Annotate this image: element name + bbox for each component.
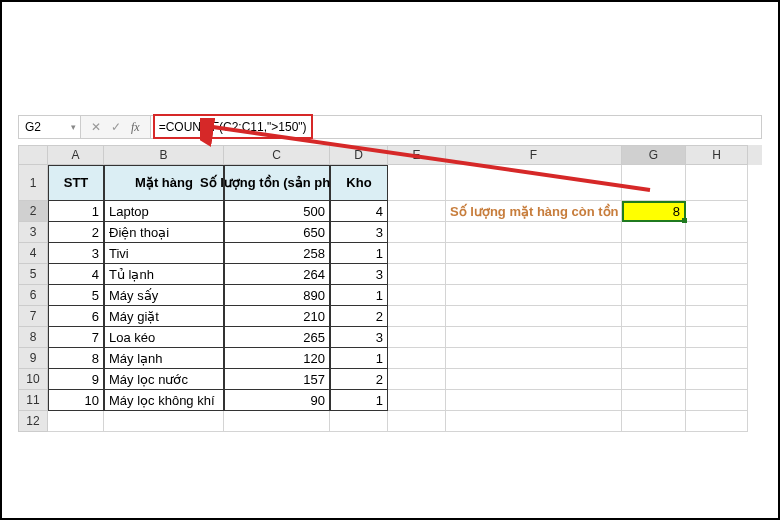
cell[interactable] (388, 165, 446, 201)
cell[interactable] (388, 348, 446, 369)
cell[interactable] (622, 348, 686, 369)
cell[interactable] (622, 390, 686, 411)
header-soluong[interactable]: Số lượng tồn (sản phẩm) (224, 165, 330, 201)
cell[interactable] (686, 264, 748, 285)
cell-mathang[interactable]: Máy lọc không khí (104, 390, 224, 411)
cell-mathang[interactable]: Máy lạnh (104, 348, 224, 369)
cell-kho[interactable]: 3 (330, 264, 388, 285)
cell-soluong[interactable]: 120 (224, 348, 330, 369)
row-header[interactable]: 6 (18, 285, 48, 306)
cell-stt[interactable]: 4 (48, 264, 104, 285)
row-header[interactable]: 12 (18, 411, 48, 432)
cell[interactable] (388, 369, 446, 390)
formula-input[interactable]: =COUNTIF(C2:C11,">150") (150, 116, 761, 138)
cell[interactable] (446, 243, 622, 264)
cell[interactable] (446, 411, 622, 432)
result-cell[interactable]: 8 (622, 201, 686, 222)
cell-soluong[interactable]: 258 (224, 243, 330, 264)
cell-soluong[interactable]: 157 (224, 369, 330, 390)
cell[interactable] (686, 222, 748, 243)
cell[interactable] (686, 201, 748, 222)
cell[interactable] (622, 306, 686, 327)
cell[interactable] (446, 285, 622, 306)
cancel-icon[interactable]: ✕ (91, 120, 101, 134)
cell-stt[interactable]: 9 (48, 369, 104, 390)
cell[interactable] (446, 264, 622, 285)
cell-stt[interactable]: 10 (48, 390, 104, 411)
header-kho[interactable]: Kho (330, 165, 388, 201)
cell-stt[interactable]: 7 (48, 327, 104, 348)
name-box[interactable]: G2 ▾ (19, 116, 81, 138)
col-header-b[interactable]: B (104, 145, 224, 165)
cell[interactable] (686, 390, 748, 411)
row-header[interactable]: 9 (18, 348, 48, 369)
cell[interactable] (622, 222, 686, 243)
header-stt[interactable]: STT (48, 165, 104, 201)
chevron-down-icon[interactable]: ▾ (71, 122, 76, 132)
cell-stt[interactable]: 8 (48, 348, 104, 369)
cell[interactable] (686, 411, 748, 432)
col-header-f[interactable]: F (446, 145, 622, 165)
fx-icon[interactable]: fx (131, 120, 140, 135)
cell-soluong[interactable]: 650 (224, 222, 330, 243)
cell[interactable] (446, 306, 622, 327)
cell[interactable] (446, 348, 622, 369)
cell-mathang[interactable]: Máy sấy (104, 285, 224, 306)
cell-kho[interactable]: 1 (330, 390, 388, 411)
cell-kho[interactable]: 1 (330, 285, 388, 306)
cell-mathang[interactable]: Máy lọc nước (104, 369, 224, 390)
select-all-corner[interactable] (18, 145, 48, 165)
col-header-a[interactable]: A (48, 145, 104, 165)
cell[interactable] (388, 306, 446, 327)
cell-stt[interactable]: 1 (48, 201, 104, 222)
cell-soluong[interactable]: 210 (224, 306, 330, 327)
cell-mathang[interactable]: Laptop (104, 201, 224, 222)
cell[interactable] (686, 327, 748, 348)
cell[interactable] (48, 411, 104, 432)
col-header-g[interactable]: G (622, 145, 686, 165)
cell[interactable] (686, 369, 748, 390)
col-header-e[interactable]: E (388, 145, 446, 165)
spreadsheet-grid[interactable]: A B C D E F G H 1 STT Mặt hàng Số lượng … (18, 145, 762, 432)
cell[interactable] (686, 306, 748, 327)
cell[interactable] (224, 411, 330, 432)
cell-soluong[interactable]: 90 (224, 390, 330, 411)
cell[interactable] (388, 327, 446, 348)
cell[interactable] (388, 390, 446, 411)
cell-soluong[interactable]: 265 (224, 327, 330, 348)
cell-mathang[interactable]: Tủ lạnh (104, 264, 224, 285)
confirm-icon[interactable]: ✓ (111, 120, 121, 134)
cell-kho[interactable]: 3 (330, 327, 388, 348)
row-header[interactable]: 3 (18, 222, 48, 243)
cell-stt[interactable]: 3 (48, 243, 104, 264)
cell[interactable] (622, 411, 686, 432)
cell[interactable] (686, 243, 748, 264)
cell-stt[interactable]: 2 (48, 222, 104, 243)
cell-kho[interactable]: 1 (330, 348, 388, 369)
cell[interactable] (388, 222, 446, 243)
cell[interactable] (622, 285, 686, 306)
cell-kho[interactable]: 1 (330, 243, 388, 264)
cell[interactable] (622, 243, 686, 264)
cell[interactable] (104, 411, 224, 432)
cell[interactable] (622, 165, 686, 201)
cell[interactable] (388, 411, 446, 432)
cell[interactable] (622, 264, 686, 285)
cell[interactable] (388, 264, 446, 285)
cell[interactable] (686, 348, 748, 369)
annotation-label[interactable]: Số lượng mặt hàng còn tồn >150 sản phẩm: (446, 201, 622, 222)
cell[interactable] (686, 285, 748, 306)
cell[interactable] (388, 243, 446, 264)
cell-mathang[interactable]: Điện thoại (104, 222, 224, 243)
cell-kho[interactable]: 3 (330, 222, 388, 243)
cell[interactable] (388, 285, 446, 306)
cell[interactable] (446, 165, 622, 201)
row-header[interactable]: 5 (18, 264, 48, 285)
cell[interactable] (686, 165, 748, 201)
cell[interactable] (446, 390, 622, 411)
cell[interactable] (330, 411, 388, 432)
cell-soluong[interactable]: 890 (224, 285, 330, 306)
cell-kho[interactable]: 4 (330, 201, 388, 222)
cell-stt[interactable]: 5 (48, 285, 104, 306)
cell-soluong[interactable]: 264 (224, 264, 330, 285)
